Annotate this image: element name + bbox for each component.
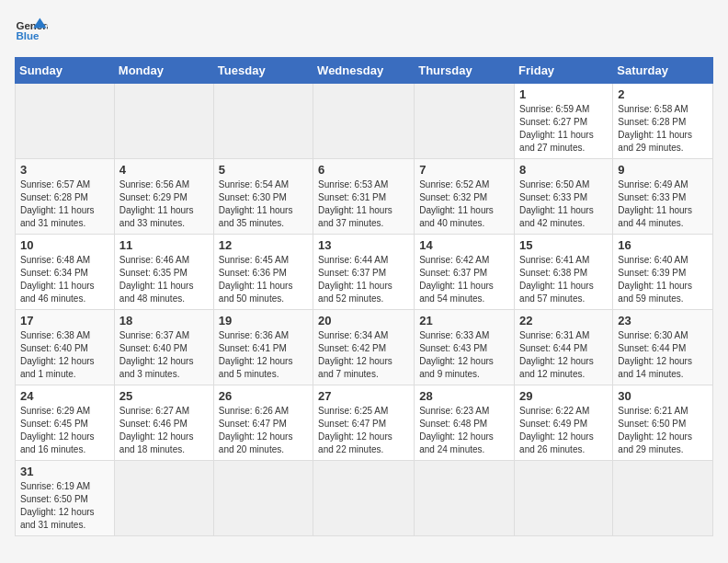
calendar-week-1: 3Sunrise: 6:57 AM Sunset: 6:28 PM Daylig…	[16, 159, 713, 235]
day-number: 2	[618, 87, 708, 101]
header-day-tuesday: Tuesday	[213, 58, 313, 84]
day-info: Sunrise: 6:59 AM Sunset: 6:27 PM Dayligh…	[519, 103, 608, 155]
calendar-cell: 5Sunrise: 6:54 AM Sunset: 6:30 PM Daylig…	[213, 159, 313, 235]
day-info: Sunrise: 6:38 AM Sunset: 6:40 PM Dayligh…	[20, 329, 109, 381]
day-number: 27	[318, 389, 409, 403]
svg-text:Blue: Blue	[16, 30, 40, 41]
calendar-cell: 3Sunrise: 6:57 AM Sunset: 6:28 PM Daylig…	[16, 159, 115, 235]
day-number: 12	[219, 238, 308, 252]
day-info: Sunrise: 6:25 AM Sunset: 6:47 PM Dayligh…	[318, 405, 409, 456]
calendar-cell	[515, 461, 613, 536]
day-info: Sunrise: 6:22 AM Sunset: 6:49 PM Dayligh…	[519, 405, 608, 456]
day-info: Sunrise: 6:21 AM Sunset: 6:50 PM Dayligh…	[618, 405, 708, 456]
day-number: 19	[219, 314, 308, 327]
day-info: Sunrise: 6:52 AM Sunset: 6:32 PM Dayligh…	[419, 178, 509, 230]
day-info: Sunrise: 6:56 AM Sunset: 6:29 PM Dayligh…	[119, 178, 209, 230]
calendar-cell: 15Sunrise: 6:41 AM Sunset: 6:38 PM Dayli…	[515, 235, 613, 310]
calendar-cell	[415, 461, 515, 536]
calendar-cell: 30Sunrise: 6:21 AM Sunset: 6:50 PM Dayli…	[613, 385, 713, 461]
calendar-cell: 17Sunrise: 6:38 AM Sunset: 6:40 PM Dayli…	[16, 310, 115, 385]
calendar-cell: 16Sunrise: 6:40 AM Sunset: 6:39 PM Dayli…	[613, 235, 713, 310]
day-number: 28	[419, 389, 509, 403]
day-info: Sunrise: 6:42 AM Sunset: 6:37 PM Dayligh…	[419, 254, 509, 305]
day-number: 4	[119, 163, 209, 177]
day-info: Sunrise: 6:37 AM Sunset: 6:40 PM Dayligh…	[119, 329, 209, 381]
calendar-cell: 8Sunrise: 6:50 AM Sunset: 6:33 PM Daylig…	[515, 159, 613, 235]
calendar-week-5: 31Sunrise: 6:19 AM Sunset: 6:50 PM Dayli…	[16, 461, 713, 536]
calendar-cell	[16, 84, 115, 159]
day-number: 25	[119, 389, 209, 403]
calendar-cell	[213, 461, 313, 536]
day-number: 26	[219, 389, 308, 403]
calendar-cell: 10Sunrise: 6:48 AM Sunset: 6:34 PM Dayli…	[16, 235, 115, 310]
day-number: 1	[519, 87, 608, 101]
calendar-cell: 27Sunrise: 6:25 AM Sunset: 6:47 PM Dayli…	[313, 385, 415, 461]
day-info: Sunrise: 6:50 AM Sunset: 6:33 PM Dayligh…	[519, 178, 608, 230]
day-number: 14	[419, 238, 509, 252]
header-day-monday: Monday	[114, 58, 213, 84]
day-info: Sunrise: 6:45 AM Sunset: 6:36 PM Dayligh…	[219, 254, 308, 305]
calendar-cell: 19Sunrise: 6:36 AM Sunset: 6:41 PM Dayli…	[213, 310, 313, 385]
day-info: Sunrise: 6:41 AM Sunset: 6:38 PM Dayligh…	[519, 254, 608, 305]
calendar-cell: 2Sunrise: 6:58 AM Sunset: 6:28 PM Daylig…	[613, 84, 713, 159]
day-number: 21	[419, 314, 509, 327]
calendar-cell	[415, 84, 515, 159]
day-info: Sunrise: 6:54 AM Sunset: 6:30 PM Dayligh…	[219, 178, 308, 230]
day-number: 23	[618, 314, 708, 327]
calendar-week-4: 24Sunrise: 6:29 AM Sunset: 6:45 PM Dayli…	[16, 385, 713, 461]
day-info: Sunrise: 6:19 AM Sunset: 6:50 PM Dayligh…	[20, 480, 109, 532]
day-info: Sunrise: 6:34 AM Sunset: 6:42 PM Dayligh…	[318, 329, 409, 381]
day-number: 8	[519, 163, 608, 177]
calendar-cell: 6Sunrise: 6:53 AM Sunset: 6:31 PM Daylig…	[313, 159, 415, 235]
calendar-cell: 9Sunrise: 6:49 AM Sunset: 6:33 PM Daylig…	[613, 159, 713, 235]
logo-icon: General Blue	[15, 15, 48, 48]
calendar-header-row: SundayMondayTuesdayWednesdayThursdayFrid…	[16, 58, 713, 84]
calendar-table: SundayMondayTuesdayWednesdayThursdayFrid…	[15, 57, 713, 536]
day-number: 30	[618, 389, 708, 403]
day-number: 7	[419, 163, 509, 177]
calendar-cell: 18Sunrise: 6:37 AM Sunset: 6:40 PM Dayli…	[114, 310, 213, 385]
day-number: 24	[20, 389, 109, 403]
calendar-cell	[313, 461, 415, 536]
calendar-cell: 14Sunrise: 6:42 AM Sunset: 6:37 PM Dayli…	[415, 235, 515, 310]
day-number: 9	[618, 163, 708, 177]
calendar-cell: 13Sunrise: 6:44 AM Sunset: 6:37 PM Dayli…	[313, 235, 415, 310]
day-info: Sunrise: 6:29 AM Sunset: 6:45 PM Dayligh…	[20, 405, 109, 456]
calendar-cell	[114, 461, 213, 536]
day-number: 22	[519, 314, 608, 327]
calendar-cell: 22Sunrise: 6:31 AM Sunset: 6:44 PM Dayli…	[515, 310, 613, 385]
day-info: Sunrise: 6:58 AM Sunset: 6:28 PM Dayligh…	[618, 103, 708, 155]
calendar-cell: 11Sunrise: 6:46 AM Sunset: 6:35 PM Dayli…	[114, 235, 213, 310]
day-number: 10	[20, 238, 109, 252]
day-info: Sunrise: 6:44 AM Sunset: 6:37 PM Dayligh…	[318, 254, 409, 305]
calendar-cell	[213, 84, 313, 159]
calendar-cell: 23Sunrise: 6:30 AM Sunset: 6:44 PM Dayli…	[613, 310, 713, 385]
header-day-wednesday: Wednesday	[313, 58, 415, 84]
calendar-cell: 1Sunrise: 6:59 AM Sunset: 6:27 PM Daylig…	[515, 84, 613, 159]
calendar-week-2: 10Sunrise: 6:48 AM Sunset: 6:34 PM Dayli…	[16, 235, 713, 310]
day-number: 20	[318, 314, 409, 327]
calendar-week-3: 17Sunrise: 6:38 AM Sunset: 6:40 PM Dayli…	[16, 310, 713, 385]
day-number: 3	[20, 163, 109, 177]
calendar-cell: 7Sunrise: 6:52 AM Sunset: 6:32 PM Daylig…	[415, 159, 515, 235]
day-info: Sunrise: 6:46 AM Sunset: 6:35 PM Dayligh…	[119, 254, 209, 305]
calendar-cell: 29Sunrise: 6:22 AM Sunset: 6:49 PM Dayli…	[515, 385, 613, 461]
calendar-cell: 24Sunrise: 6:29 AM Sunset: 6:45 PM Dayli…	[16, 385, 115, 461]
day-info: Sunrise: 6:33 AM Sunset: 6:43 PM Dayligh…	[419, 329, 509, 381]
day-info: Sunrise: 6:49 AM Sunset: 6:33 PM Dayligh…	[618, 178, 708, 230]
calendar-cell: 4Sunrise: 6:56 AM Sunset: 6:29 PM Daylig…	[114, 159, 213, 235]
calendar-cell	[114, 84, 213, 159]
day-number: 13	[318, 238, 409, 252]
day-info: Sunrise: 6:36 AM Sunset: 6:41 PM Dayligh…	[219, 329, 308, 381]
day-info: Sunrise: 6:27 AM Sunset: 6:46 PM Dayligh…	[119, 405, 209, 456]
calendar-cell	[313, 84, 415, 159]
day-number: 11	[119, 238, 209, 252]
day-info: Sunrise: 6:31 AM Sunset: 6:44 PM Dayligh…	[519, 329, 608, 381]
calendar-cell	[613, 461, 713, 536]
calendar-cell: 28Sunrise: 6:23 AM Sunset: 6:48 PM Dayli…	[415, 385, 515, 461]
day-info: Sunrise: 6:53 AM Sunset: 6:31 PM Dayligh…	[318, 178, 409, 230]
calendar-week-0: 1Sunrise: 6:59 AM Sunset: 6:27 PM Daylig…	[16, 84, 713, 159]
day-number: 31	[20, 465, 109, 478]
day-number: 29	[519, 389, 608, 403]
day-info: Sunrise: 6:48 AM Sunset: 6:34 PM Dayligh…	[20, 254, 109, 305]
